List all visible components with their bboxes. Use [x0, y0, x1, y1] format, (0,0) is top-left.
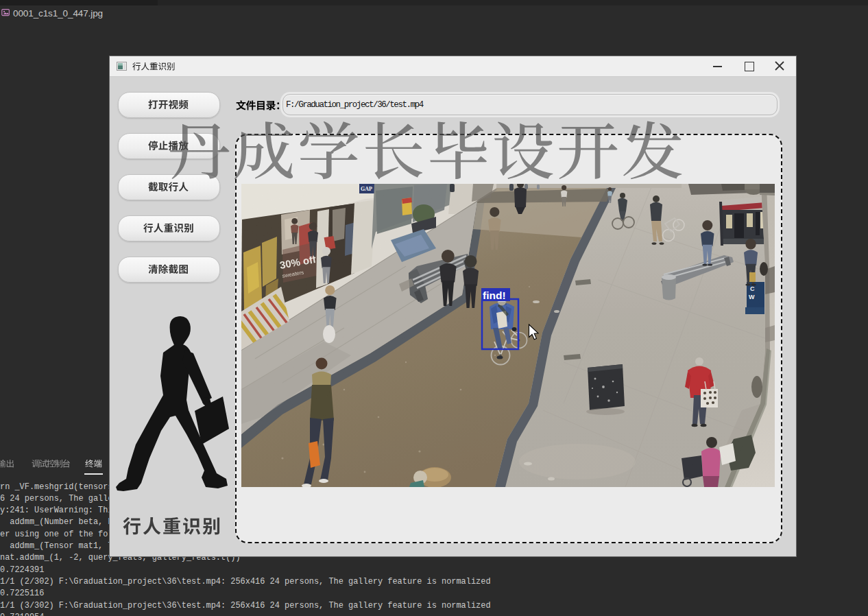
svg-text:find!: find! [483, 289, 506, 301]
